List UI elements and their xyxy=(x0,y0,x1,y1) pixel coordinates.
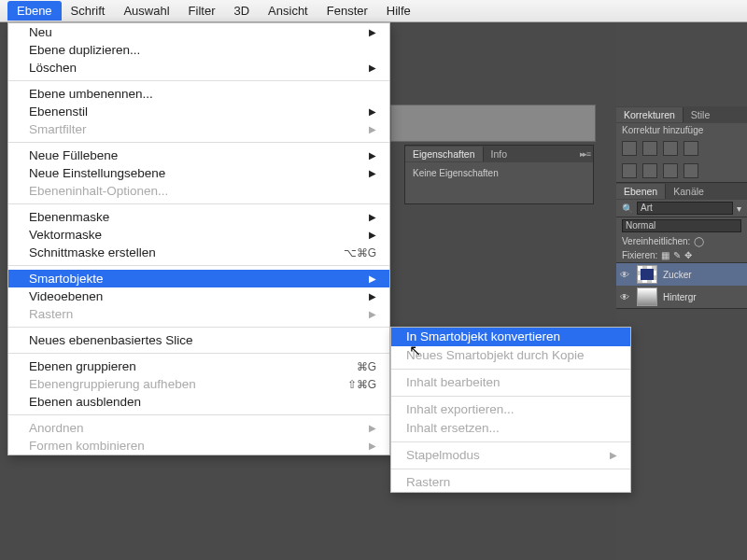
ebene-menu-item-4[interactable]: Ebene umbenennen... xyxy=(8,85,389,103)
mouse-cursor: ↖ xyxy=(409,342,421,359)
layer-thumb[interactable] xyxy=(637,287,657,306)
ebene-menu-item-12[interactable]: Ebenenmaske▶ xyxy=(8,208,389,226)
photo-filter-icon[interactable] xyxy=(684,163,698,178)
smartobjekte-submenu-item-5: Inhalt exportieren... xyxy=(391,400,630,419)
panel-collapse-icon[interactable]: ▸▸ ≡ xyxy=(580,149,589,159)
layer-name: Zucker xyxy=(663,270,692,280)
layers-panel: Ebenen Kanäle 🔍 Art ▾ Normal Vereinheitl… xyxy=(616,183,747,309)
ebene-menu-item-17[interactable]: Videoebenen▶ xyxy=(8,287,389,305)
lock-move-icon[interactable]: ✥ xyxy=(684,250,692,260)
ebene-menu-item-20[interactable]: Neues ebenenbasiertes Slice xyxy=(8,331,389,349)
ebene-menu-item-1[interactable]: Ebene duplizieren... xyxy=(8,41,389,59)
menubar: EbeneSchriftAuswahlFilter3DAnsichtFenste… xyxy=(0,0,747,22)
smartobjekte-submenu-item-0[interactable]: In Smartobjekt konvertieren xyxy=(391,328,630,346)
menubar-item-ebene[interactable]: Ebene xyxy=(7,1,62,21)
lock-transparency-icon[interactable]: ▦ xyxy=(661,250,669,260)
ebene-menu-dropdown: Neu▶Ebene duplizieren...Löschen▶Ebene um… xyxy=(7,22,390,455)
smartobjekte-submenu-item-10: Rastern xyxy=(391,473,630,492)
ebene-menu-item-9[interactable]: Neue Einstellungsebene▶ xyxy=(8,164,389,182)
menubar-item-filter[interactable]: Filter xyxy=(179,1,225,21)
ebene-menu-item-18: Rastern▶ xyxy=(8,305,389,323)
unify-label: Vereinheitlichen: ◯ xyxy=(616,234,747,248)
ebene-menu-item-5[interactable]: Ebenenstil▶ xyxy=(8,103,389,120)
menubar-item-auswahl[interactable]: Auswahl xyxy=(114,1,178,21)
smartobjekte-submenu-item-8: Stapelmodus▶ xyxy=(391,446,630,465)
blend-mode-select[interactable]: Normal xyxy=(622,219,741,232)
visibility-icon[interactable]: 👁 xyxy=(620,292,631,302)
layer-name: Hintergr xyxy=(663,292,697,302)
ebene-menu-item-10: Ebeneninhalt-Optionen... xyxy=(8,182,389,200)
ebene-menu-item-8[interactable]: Neue Füllebene▶ xyxy=(8,147,389,164)
ebene-menu-item-26: Anordnen▶ xyxy=(8,419,389,437)
corrections-icons xyxy=(616,137,747,160)
ebene-menu-item-16[interactable]: Smartobjekte▶ xyxy=(8,270,389,287)
tab-kanaele[interactable]: Kanäle xyxy=(666,184,712,199)
levels-icon[interactable] xyxy=(642,141,657,156)
tab-info[interactable]: Info xyxy=(484,147,515,161)
ebene-menu-item-2[interactable]: Löschen▶ xyxy=(8,59,389,77)
ebene-menu-item-24[interactable]: Ebenen ausblenden xyxy=(8,393,389,411)
properties-body: Keine Eigenschaften xyxy=(405,162,593,203)
layer-row-0[interactable]: 👁Zucker xyxy=(616,263,747,286)
ebene-menu-item-27: Formen kombinieren▶ xyxy=(8,437,389,455)
tab-korrekturen[interactable]: Korrekturen xyxy=(616,107,684,122)
bw-icon[interactable] xyxy=(663,163,678,178)
smartobjekte-submenu-item-1: Neues Smartobjekt durch Kopie xyxy=(391,346,630,365)
ebene-menu-item-0[interactable]: Neu▶ xyxy=(8,23,389,41)
smartobjekte-submenu-item-3: Inhalt bearbeiten xyxy=(391,373,630,392)
tab-eigenschaften[interactable]: Eigenschaften xyxy=(405,147,484,161)
brightness-icon[interactable] xyxy=(622,141,637,156)
menubar-item-fenster[interactable]: Fenster xyxy=(317,1,377,21)
tab-stile[interactable]: Stile xyxy=(684,107,717,122)
search-icon[interactable]: 🔍 xyxy=(622,203,633,214)
ebene-menu-item-22[interactable]: Ebenen gruppieren⌘G xyxy=(8,357,389,375)
hue-icon[interactable] xyxy=(642,163,657,178)
unify-icon[interactable]: ◯ xyxy=(694,236,704,246)
lock-brush-icon[interactable]: ✎ xyxy=(673,250,681,260)
ebene-menu-item-6: Smartfilter▶ xyxy=(8,120,389,138)
vibrance-icon[interactable] xyxy=(622,163,637,178)
smartobjekte-submenu-item-6: Inhalt ersetzen... xyxy=(391,419,630,438)
filter-toggle-icon[interactable]: ▾ xyxy=(737,203,741,214)
document-canvas xyxy=(390,105,596,142)
menubar-item-3d[interactable]: 3D xyxy=(224,1,259,21)
visibility-icon[interactable]: 👁 xyxy=(620,270,631,280)
menubar-item-schrift[interactable]: Schrift xyxy=(62,1,115,21)
ebene-menu-item-13[interactable]: Vektormaske▶ xyxy=(8,226,389,244)
smartobjekte-submenu: In Smartobjekt konvertierenNeues Smartob… xyxy=(390,327,631,493)
corrections-hint: Korrektur hinzufüge xyxy=(616,123,747,137)
menubar-item-hilfe[interactable]: Hilfe xyxy=(377,1,420,21)
layer-row-1[interactable]: 👁Hintergr xyxy=(616,286,747,308)
layer-thumb[interactable] xyxy=(637,265,657,284)
exposure-icon[interactable] xyxy=(684,141,698,156)
ebene-menu-item-14[interactable]: Schnittmaske erstellen⌥⌘G xyxy=(8,244,389,261)
layer-filter-select[interactable]: Art xyxy=(637,202,733,215)
corrections-panel: Korrekturen Stile Korrektur hinzufüge xyxy=(616,106,747,183)
ebene-menu-item-23: Ebenengruppierung aufheben⇧⌘G xyxy=(8,375,389,393)
right-dock: Korrekturen Stile Korrektur hinzufüge Eb… xyxy=(616,22,747,560)
tab-ebenen[interactable]: Ebenen xyxy=(616,184,666,199)
properties-panel: Eigenschaften Info ▸▸ ≡ Keine Eigenschaf… xyxy=(404,145,594,204)
menubar-item-ansicht[interactable]: Ansicht xyxy=(259,1,317,21)
curves-icon[interactable] xyxy=(663,141,678,156)
lock-row: Fixieren: ▦ ✎ ✥ xyxy=(616,248,747,262)
